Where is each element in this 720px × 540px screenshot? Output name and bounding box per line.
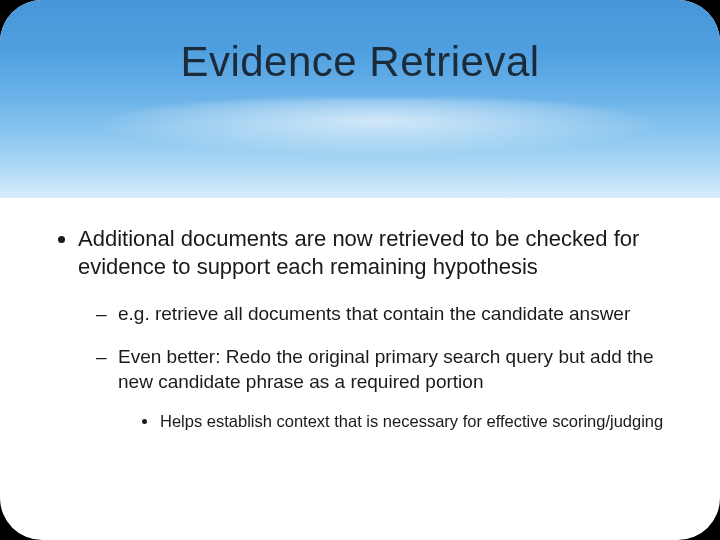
bullet-text: Additional documents are now retrieved t… bbox=[78, 226, 639, 279]
list-item: Even better: Redo the original primary s… bbox=[90, 344, 680, 432]
slide-body: Additional documents are now retrieved t… bbox=[52, 225, 680, 454]
list-item: Helps establish context that is necessar… bbox=[136, 411, 680, 432]
title-banner: Evidence Retrieval bbox=[0, 0, 720, 198]
bullet-list-level3: Helps establish context that is necessar… bbox=[136, 411, 680, 432]
bullet-text: e.g. retrieve all documents that contain… bbox=[118, 303, 630, 324]
bullet-text: Helps establish context that is necessar… bbox=[160, 412, 663, 430]
slide-title: Evidence Retrieval bbox=[0, 38, 720, 86]
slide: Evidence Retrieval Additional documents … bbox=[0, 0, 720, 540]
bullet-list-level2: e.g. retrieve all documents that contain… bbox=[90, 301, 680, 432]
bullet-text: Even better: Redo the original primary s… bbox=[118, 346, 653, 392]
bullet-list-level1: Additional documents are now retrieved t… bbox=[52, 225, 680, 432]
list-item: Additional documents are now retrieved t… bbox=[52, 225, 680, 432]
list-item: e.g. retrieve all documents that contain… bbox=[90, 301, 680, 326]
